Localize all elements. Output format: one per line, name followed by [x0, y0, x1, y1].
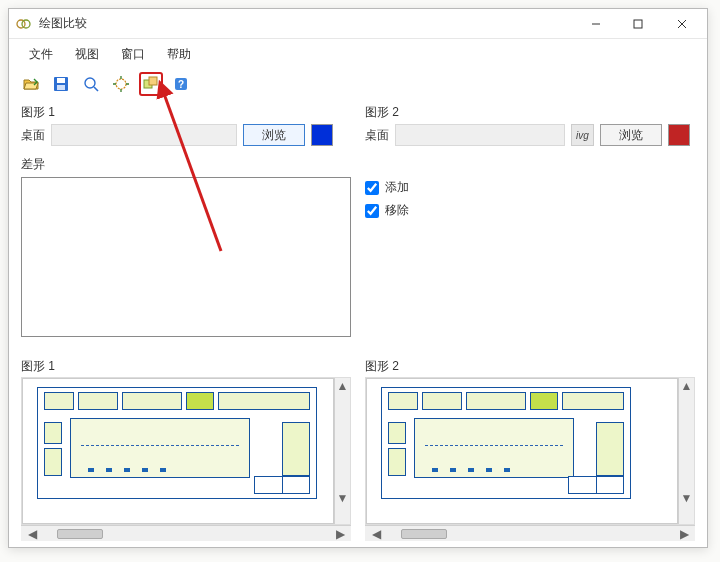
graphic1-color-swatch[interactable] [311, 124, 333, 146]
drawing-compare-window: 绘图比较 文件 视图 窗口 帮助 [8, 8, 708, 548]
graphic1-path-row: 桌面 浏览 [21, 124, 351, 146]
menu-file[interactable]: 文件 [19, 43, 63, 66]
graphic2-browse-button[interactable]: 浏览 [600, 124, 662, 146]
preview1-hscroll[interactable]: ◀▶ [21, 525, 351, 541]
preview2-label: 图形 2 [365, 352, 695, 377]
check-add-input[interactable] [365, 181, 379, 195]
check-remove-label: 移除 [385, 202, 409, 219]
graphic2-extension: ivg [571, 124, 594, 146]
titlebar: 绘图比较 [9, 9, 707, 39]
check-remove[interactable]: 移除 [365, 202, 695, 219]
diff-label: 差异 [21, 154, 351, 177]
graphic1-path-prefix: 桌面 [21, 127, 45, 144]
diff-filters: 添加 移除 [365, 177, 695, 352]
preview2-canvas[interactable] [366, 378, 678, 524]
pan-view-button[interactable] [109, 72, 133, 96]
zoom-fit-button[interactable] [79, 72, 103, 96]
compare-button[interactable] [139, 72, 163, 96]
preview1-canvas[interactable] [22, 378, 334, 524]
graphic2-color-swatch[interactable] [668, 124, 690, 146]
svg-rect-3 [634, 20, 642, 28]
graphic2-path-input[interactable] [395, 124, 565, 146]
graphic2-path-row: 桌面 ivg 浏览 [365, 124, 695, 146]
open-file-button[interactable] [19, 72, 43, 96]
check-remove-input[interactable] [365, 204, 379, 218]
svg-point-1 [22, 20, 30, 28]
diff-list[interactable] [21, 177, 351, 337]
svg-rect-7 [57, 78, 65, 83]
svg-point-11 [116, 79, 126, 89]
app-icon [15, 15, 33, 33]
svg-rect-8 [57, 85, 65, 90]
check-add-label: 添加 [385, 179, 409, 196]
maximize-button[interactable] [617, 10, 659, 38]
menubar: 文件 视图 窗口 帮助 [9, 39, 707, 72]
svg-point-9 [85, 78, 95, 88]
preview2-vscroll[interactable]: ▲▼ [678, 378, 694, 524]
preview1-block: ▲▼ ◀▶ [21, 377, 351, 541]
save-button[interactable] [49, 72, 73, 96]
graphic1-label: 图形 1 [21, 102, 351, 124]
graphic1-browse-button[interactable]: 浏览 [243, 124, 305, 146]
check-add[interactable]: 添加 [365, 179, 695, 196]
toolbar: ? [9, 72, 707, 102]
graphic1-path-input[interactable] [51, 124, 237, 146]
minimize-button[interactable] [575, 10, 617, 38]
preview1-label: 图形 1 [21, 352, 351, 377]
info-button[interactable]: ? [169, 72, 193, 96]
svg-rect-13 [149, 77, 157, 85]
content: 图形 1 图形 2 桌面 浏览 桌面 ivg 浏览 差异 添加 [9, 102, 707, 547]
preview2-block: ▲▼ ◀▶ [365, 377, 695, 541]
close-button[interactable] [659, 10, 705, 38]
menu-help[interactable]: 帮助 [157, 43, 201, 66]
preview1-vscroll[interactable]: ▲▼ [334, 378, 350, 524]
svg-text:?: ? [178, 79, 184, 90]
menu-window[interactable]: 窗口 [111, 43, 155, 66]
cad-drawing-1 [37, 387, 317, 499]
graphic2-label: 图形 2 [365, 102, 695, 124]
menu-view[interactable]: 视图 [65, 43, 109, 66]
preview2-hscroll[interactable]: ◀▶ [365, 525, 695, 541]
window-title: 绘图比较 [39, 15, 87, 32]
graphic2-path-prefix: 桌面 [365, 127, 389, 144]
svg-line-10 [94, 87, 98, 91]
cad-drawing-2 [381, 387, 631, 499]
